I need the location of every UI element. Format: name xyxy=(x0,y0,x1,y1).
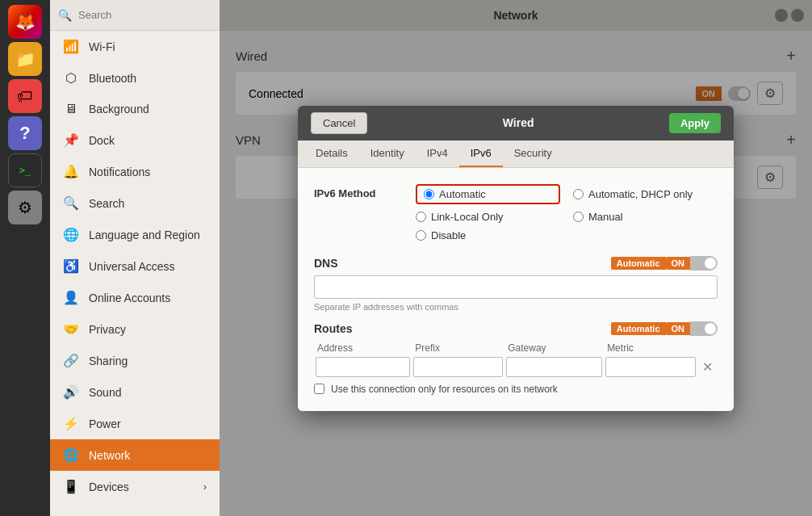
sidebar-item-label: Devices xyxy=(89,480,194,493)
search-input[interactable] xyxy=(78,9,211,21)
route-gateway-input[interactable] xyxy=(506,357,602,377)
dns-label: DNS xyxy=(314,257,338,270)
modal-body: IPv6 Method Automatic Automatic, DHCP on… xyxy=(298,168,734,411)
tab-details[interactable]: Details xyxy=(304,141,359,167)
sidebar-item-label: Dock xyxy=(89,134,207,147)
routes-section-row: Routes Automatic ON xyxy=(314,321,718,336)
wifi-icon: 📶 xyxy=(63,39,79,54)
routes-toggle[interactable] xyxy=(690,321,718,336)
network-icon: 🌐 xyxy=(63,447,79,463)
apply-button[interactable]: Apply xyxy=(669,113,721,133)
devices-icon: 📱 xyxy=(63,479,79,494)
method-auto-dhcp-radio[interactable] xyxy=(573,189,584,199)
method-disable[interactable]: Disable xyxy=(416,229,560,241)
routes-col-address: Address xyxy=(314,341,412,355)
universal-access-icon: ♿ xyxy=(63,258,79,274)
notifications-icon: 🔔 xyxy=(63,164,79,179)
settings-icon[interactable]: ⚙ xyxy=(8,191,42,224)
method-disable-radio[interactable] xyxy=(416,230,426,241)
store-icon[interactable]: 🏷 xyxy=(8,79,42,113)
route-prefix-input[interactable] xyxy=(413,357,503,377)
cancel-button[interactable]: Cancel xyxy=(311,112,367,134)
dock: 🦊 📁 🏷 ? >_ ⚙ xyxy=(0,0,50,516)
modal-header: Cancel Wired Apply xyxy=(298,106,734,141)
ipv6-method-label: IPv6 Method xyxy=(314,184,403,199)
sidebar-item-background[interactable]: 🖥 Background xyxy=(50,94,220,124)
routes-auto-label: Automatic xyxy=(611,322,666,335)
sidebar-item-label: Wi-Fi xyxy=(89,40,207,53)
sidebar-item-search[interactable]: 🔍 Search xyxy=(50,187,220,219)
files-icon[interactable]: 📁 xyxy=(8,42,42,76)
dns-toggle-knob xyxy=(705,258,716,269)
modal-backdrop: Cancel Wired Apply Details Identity IPv4… xyxy=(220,0,812,516)
method-link-local-radio[interactable] xyxy=(416,212,426,222)
routes-col-prefix: Prefix xyxy=(412,341,504,355)
search-nav-icon: 🔍 xyxy=(63,195,79,211)
dns-toggle-container: Automatic ON xyxy=(611,256,718,271)
sidebar-item-sound[interactable]: 🔊 Sound xyxy=(50,376,220,408)
sidebar-item-dock[interactable]: 📌 Dock xyxy=(50,124,220,156)
routes-col-gateway: Gateway xyxy=(504,341,604,355)
privacy-icon: 🤝 xyxy=(63,321,79,337)
sidebar-item-wifi[interactable]: 📶 Wi-Fi xyxy=(50,31,220,62)
terminal-icon[interactable]: >_ xyxy=(8,153,42,187)
connection-only-checkbox[interactable] xyxy=(314,384,324,394)
sidebar-item-bluetooth[interactable]: ⬡ Bluetooth xyxy=(50,62,220,94)
routes-toggle-container: Automatic ON xyxy=(611,321,718,336)
route-delete-button[interactable]: ✕ xyxy=(699,359,716,375)
sidebar-item-sharing[interactable]: 🔗 Sharing xyxy=(50,345,220,376)
sidebar-item-label: Sound xyxy=(89,386,207,399)
ipv6-method-row: IPv6 Method Automatic Automatic, DHCP on… xyxy=(314,184,718,241)
sidebar-item-privacy[interactable]: 🤝 Privacy xyxy=(50,313,220,345)
online-accounts-icon: 👤 xyxy=(63,290,79,305)
sidebar-item-language[interactable]: 🌐 Language and Region xyxy=(50,219,220,250)
dns-toggle[interactable] xyxy=(690,256,718,271)
sidebar-item-label: Sharing xyxy=(89,354,207,367)
sidebar-item-label: Power xyxy=(89,417,207,430)
sidebar-item-label: Background xyxy=(89,103,207,115)
routes-label: Routes xyxy=(314,322,352,335)
method-automatic-radio[interactable] xyxy=(424,189,434,199)
bluetooth-icon: ⬡ xyxy=(63,70,79,86)
method-auto-dhcp[interactable]: Automatic, DHCP only xyxy=(573,184,718,204)
method-manual-radio[interactable] xyxy=(573,212,584,222)
firefox-icon[interactable]: 🦊 xyxy=(8,5,42,39)
sidebar-item-notifications[interactable]: 🔔 Notifications xyxy=(50,156,220,187)
dns-input[interactable] xyxy=(314,275,718,299)
tab-security[interactable]: Security xyxy=(503,141,563,167)
background-icon: 🖥 xyxy=(63,102,79,116)
ipv6-method-options: Automatic Automatic, DHCP only Link-Loca… xyxy=(416,184,718,241)
sidebar-item-online-accounts[interactable]: 👤 Online Accounts xyxy=(50,282,220,313)
sidebar-search-bar[interactable]: 🔍 xyxy=(50,0,220,31)
sound-icon: 🔊 xyxy=(63,384,79,400)
dock-icon-nav: 📌 xyxy=(63,132,79,148)
language-icon: 🌐 xyxy=(63,227,79,242)
sidebar-item-label: Bluetooth xyxy=(89,72,207,85)
search-icon: 🔍 xyxy=(58,9,72,22)
sidebar-item-network[interactable]: 🌐 Network xyxy=(50,439,220,471)
connection-only-row: Use this connection only for resources o… xyxy=(314,384,718,395)
routes-col-metric: Metric xyxy=(604,341,697,355)
routes-toggle-knob xyxy=(705,323,716,334)
sidebar-item-universal-access[interactable]: ♿ Universal Access xyxy=(50,250,220,282)
method-manual[interactable]: Manual xyxy=(573,211,718,223)
method-automatic[interactable]: Automatic xyxy=(416,184,560,204)
tab-identity[interactable]: Identity xyxy=(359,141,416,167)
routes-toggle-on: ON xyxy=(666,322,691,335)
route-address-input[interactable] xyxy=(316,357,410,377)
tab-ipv4[interactable]: IPv4 xyxy=(416,141,459,167)
sidebar-item-label: Search xyxy=(89,197,207,210)
main-content: Network Wired + Connected ON ⚙ xyxy=(220,0,812,516)
route-metric-input[interactable] xyxy=(605,357,696,377)
sidebar-item-label: Network xyxy=(89,449,207,462)
sidebar-item-label: Notifications xyxy=(89,166,207,178)
sidebar-item-power[interactable]: ⚡ Power xyxy=(50,408,220,439)
tab-ipv6[interactable]: IPv6 xyxy=(459,141,503,167)
sidebar-item-devices[interactable]: 📱 Devices › xyxy=(50,471,220,502)
sidebar-item-label: Language and Region xyxy=(89,229,207,241)
method-link-local[interactable]: Link-Local Only xyxy=(416,211,560,223)
sidebar-item-label: Online Accounts xyxy=(89,292,207,304)
dns-hint: Separate IP addresses with commas xyxy=(314,302,718,312)
connection-only-label: Use this connection only for resources o… xyxy=(331,384,558,395)
help-icon[interactable]: ? xyxy=(8,116,42,150)
